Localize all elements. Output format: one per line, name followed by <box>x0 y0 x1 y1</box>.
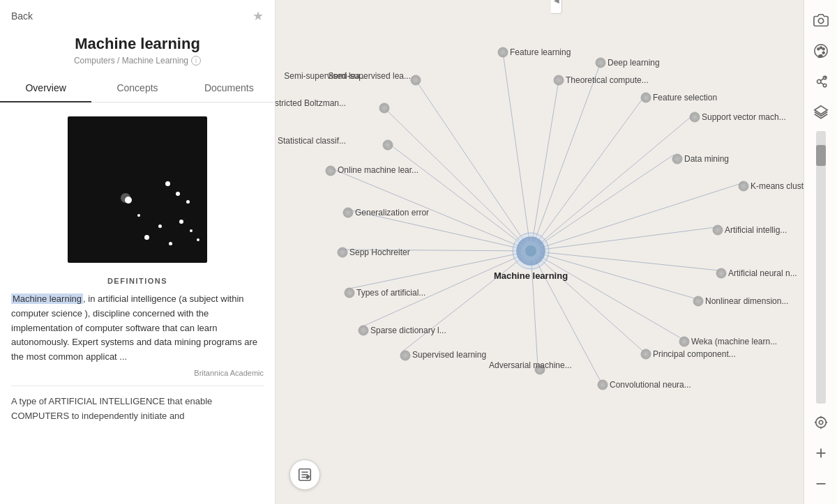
svg-line-0 <box>503 52 531 251</box>
back-button[interactable]: Back <box>11 10 33 22</box>
thumbnail-area <box>11 102 264 271</box>
svg-line-19 <box>402 251 531 352</box>
svg-point-45 <box>343 208 353 217</box>
svg-point-77 <box>817 48 819 50</box>
svg-text:Nonlinear dimension...: Nonlinear dimension... <box>705 296 788 306</box>
svg-point-91 <box>815 418 826 428</box>
svg-text:Semi-supervised lea...: Semi-supervised lea... <box>328 71 411 81</box>
tabs: Overview Concepts Documents <box>0 74 275 102</box>
favorite-button[interactable]: ★ <box>252 8 264 24</box>
svg-line-2 <box>531 80 559 251</box>
svg-point-53 <box>345 288 354 298</box>
svg-point-39 <box>672 154 682 164</box>
svg-point-75 <box>818 18 823 23</box>
svg-point-25 <box>596 58 605 68</box>
svg-point-55 <box>693 296 703 306</box>
divider <box>11 385 264 386</box>
chevron-left-icon: ◀ <box>554 0 559 4</box>
layers-button[interactable] <box>808 99 834 125</box>
svg-point-57 <box>359 326 368 335</box>
svg-text:Restricted Boltzman...: Restricted Boltzman... <box>276 98 346 108</box>
add-concept-button[interactable] <box>808 68 834 95</box>
camera-icon <box>813 13 829 28</box>
definition-1-source: Britannica Academic <box>11 365 264 377</box>
tab-documents[interactable]: Documents <box>183 74 275 102</box>
svg-point-78 <box>820 47 822 49</box>
svg-text:Statistical classif...: Statistical classif... <box>278 136 346 146</box>
svg-text:Sparse dictionary l...: Sparse dictionary l... <box>370 326 446 335</box>
location-icon <box>813 415 829 430</box>
network-icon <box>813 74 829 89</box>
svg-text:Types of artificial...: Types of artificial... <box>356 288 425 298</box>
svg-text:Sepp Hochreiter: Sepp Hochreiter <box>349 247 410 257</box>
svg-point-72 <box>525 245 536 257</box>
svg-text:Deep learning: Deep learning <box>608 58 660 68</box>
svg-point-67 <box>598 380 608 390</box>
svg-point-43 <box>739 181 748 191</box>
center-view-button[interactable] <box>808 409 834 436</box>
svg-point-79 <box>822 48 824 50</box>
graph-scrollbar[interactable] <box>816 131 826 404</box>
breadcrumb: Computers / Machine Learning i <box>0 56 275 74</box>
svg-point-41 <box>326 166 335 176</box>
right-toolbar <box>804 0 837 504</box>
svg-text:Feature selection: Feature selection <box>653 93 717 102</box>
definition-2-text: A type of ARTIFICIAL INTELLIGENCE that e… <box>11 395 264 424</box>
panel-content: DEFINITIONS Machine learning, in artific… <box>0 102 275 435</box>
svg-point-80 <box>822 52 824 54</box>
svg-point-49 <box>338 247 347 257</box>
panel-toggle-button[interactable]: ◀ <box>551 0 562 14</box>
svg-line-10 <box>531 183 744 251</box>
svg-text:Convolutional neura...: Convolutional neura... <box>610 380 691 390</box>
svg-line-20 <box>531 251 642 351</box>
page-title: Machine learning <box>0 32 275 56</box>
definitions-label: DEFINITIONS <box>11 271 264 292</box>
note-button[interactable] <box>289 459 320 490</box>
svg-text:Online machine lear...: Online machine lear... <box>338 165 418 175</box>
svg-point-47 <box>713 225 723 235</box>
zoom-in-button[interactable] <box>808 440 834 466</box>
svg-point-83 <box>823 84 827 87</box>
svg-line-6 <box>531 114 695 251</box>
definition-1-text: Machine learning, in artificial intellig… <box>11 292 264 365</box>
scrollbar-thumb <box>816 145 826 166</box>
zoom-out-icon <box>813 476 829 491</box>
svg-point-33 <box>379 103 389 113</box>
layers-icon <box>813 105 829 120</box>
svg-point-29 <box>411 75 421 85</box>
tab-concepts[interactable]: Concepts <box>91 74 183 102</box>
article-thumbnail <box>68 116 207 263</box>
svg-line-5 <box>381 105 531 251</box>
palette-button[interactable] <box>808 38 834 64</box>
svg-text:Supervised learning: Supervised learning <box>412 350 486 360</box>
svg-line-4 <box>531 94 646 251</box>
note-icon <box>297 467 312 482</box>
svg-point-59 <box>679 337 689 346</box>
svg-text:Adversarial machine...: Adversarial machine... <box>489 360 572 370</box>
svg-point-63 <box>641 349 651 359</box>
info-icon[interactable]: i <box>191 56 201 66</box>
zoom-out-button[interactable] <box>808 471 834 497</box>
svg-text:Theoretical compute...: Theoretical compute... <box>566 75 649 85</box>
svg-line-12 <box>531 227 716 251</box>
graph-canvas[interactable]: Feature learning Deep learning Theoretic… <box>276 0 804 504</box>
svg-line-1 <box>531 63 601 251</box>
palette-icon <box>813 43 829 59</box>
graph-panel: Feature learning Deep learning Theoretic… <box>276 0 837 504</box>
svg-line-85 <box>820 82 823 84</box>
svg-point-35 <box>690 112 700 122</box>
svg-text:Feature learning: Feature learning <box>510 47 571 57</box>
definition-highlight: Machine learning <box>11 293 83 304</box>
svg-text:Machine learning: Machine learning <box>494 270 568 281</box>
concept-graph: Feature learning Deep learning Theoretic… <box>276 0 804 504</box>
svg-point-37 <box>383 140 393 150</box>
tab-overview[interactable]: Overview <box>0 74 91 102</box>
left-panel: Back ★ Machine learning Computers / Mach… <box>0 0 276 504</box>
svg-text:Principal component...: Principal component... <box>653 349 736 359</box>
camera-button[interactable] <box>808 7 834 33</box>
svg-point-23 <box>498 47 508 57</box>
svg-point-51 <box>716 268 726 278</box>
svg-point-90 <box>819 420 823 425</box>
svg-text:Weka (machine learn...: Weka (machine learn... <box>691 337 777 346</box>
svg-text:K-means clustering: K-means clustering <box>751 181 804 191</box>
